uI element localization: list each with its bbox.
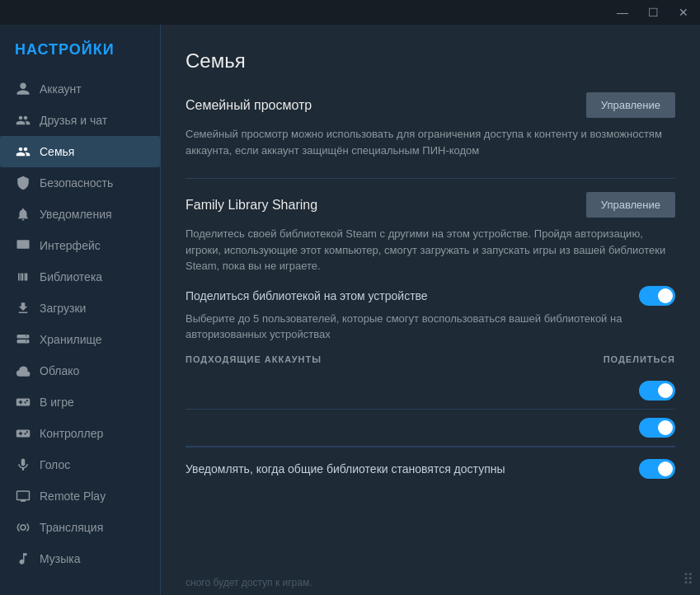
family-view-header: Семейный просмотр Управление <box>186 92 675 118</box>
friends-icon <box>15 112 31 129</box>
family-view-section: Семейный просмотр Управление Семейный пр… <box>186 92 675 158</box>
sidebar-item-friends[interactable]: Друзья и чат <box>0 105 160 136</box>
account-icon <box>15 81 31 97</box>
sidebar: НАСТРОЙКИ Аккаунт Друзья и чат Семья Без… <box>0 25 161 595</box>
svg-rect-0 <box>17 240 30 249</box>
library-sharing-desc: Поделитесь своей библиотекой Steam с дру… <box>186 226 675 274</box>
sidebar-label-broadcast: Трансляция <box>40 521 103 534</box>
music-icon <box>15 550 31 567</box>
account-row-2 <box>186 410 675 447</box>
notifications-icon <box>15 206 31 223</box>
account-toggle-slider-1[interactable] <box>639 381 675 401</box>
notify-label: Уведомлять, когда общие библиотеки стано… <box>186 462 505 476</box>
library-sharing-manage-btn[interactable]: Управление <box>586 192 675 218</box>
content-area: Семья Семейный просмотр Управление Семей… <box>161 25 700 595</box>
close-button[interactable]: ✕ <box>674 4 693 21</box>
titlebar: — ☐ ✕ <box>0 0 700 25</box>
sidebar-item-downloads[interactable]: Загрузки <box>0 293 160 324</box>
family-view-desc: Семейный просмотр можно использовать для… <box>186 126 675 158</box>
account-toggle-2[interactable] <box>639 418 675 438</box>
sidebar-item-interface[interactable]: Интерфейс <box>0 230 160 261</box>
sidebar-label-storage: Хранилище <box>40 333 102 346</box>
library-sharing-header: Family Library Sharing Управление <box>186 192 675 218</box>
grip-dots-icon: ⠿ <box>683 570 693 588</box>
share-library-toggle-row: Поделиться библиотекой на этом устройств… <box>186 286 675 306</box>
page-title: Семья <box>186 49 675 73</box>
sidebar-label-friends: Друзья и чат <box>40 114 107 127</box>
divider-1 <box>186 178 675 179</box>
storage-icon <box>15 331 31 348</box>
library-sharing-section: Family Library Sharing Управление Подели… <box>186 192 675 490</box>
sidebar-item-ingame[interactable]: В игре <box>0 387 160 418</box>
sidebar-label-notifications: Уведомления <box>40 208 112 221</box>
sidebar-label-library: Библиотека <box>40 270 102 283</box>
controller-icon <box>15 425 31 442</box>
share-library-label: Поделиться библиотекой на этом устройств… <box>186 289 428 302</box>
sidebar-label-voice: Голос <box>40 458 70 471</box>
sidebar-label-cloud: Облако <box>40 364 79 377</box>
sidebar-item-music[interactable]: Музыка <box>0 543 160 574</box>
family-view-manage-btn[interactable]: Управление <box>586 92 675 118</box>
sidebar-item-account[interactable]: Аккаунт <box>0 73 160 105</box>
account-toggle-1[interactable] <box>639 381 675 401</box>
accounts-header: ПОДХОДЯЩИЕ АККАУНТЫ ПОДЕЛИТЬСЯ <box>186 354 675 364</box>
remoteplay-icon <box>15 488 31 504</box>
minimize-button[interactable]: — <box>612 4 633 21</box>
sidebar-item-library[interactable]: Библиотека <box>0 261 160 293</box>
bottom-hint: сного будет доступ к играм. <box>186 577 312 588</box>
sidebar-label-account: Аккаунт <box>40 82 82 96</box>
share-library-toggle[interactable] <box>639 286 675 306</box>
sidebar-title: НАСТРОЙКИ <box>0 33 160 73</box>
library-sharing-title: Family Library Sharing <box>186 198 317 213</box>
main-container: НАСТРОЙКИ Аккаунт Друзья и чат Семья Без… <box>0 25 700 595</box>
sidebar-item-remoteplay[interactable]: Remote Play <box>0 480 160 512</box>
cloud-icon <box>15 363 31 379</box>
sidebar-item-broadcast[interactable]: Трансляция <box>0 512 160 543</box>
sidebar-label-downloads: Загрузки <box>40 302 86 315</box>
sidebar-item-security[interactable]: Безопасность <box>0 167 160 199</box>
family-view-title: Семейный просмотр <box>186 98 312 113</box>
sidebar-item-notifications[interactable]: Уведомления <box>0 199 160 230</box>
sidebar-item-family[interactable]: Семья <box>0 136 160 167</box>
interface-icon <box>15 237 31 254</box>
maximize-button[interactable]: ☐ <box>643 4 664 21</box>
notify-row: Уведомлять, когда общие библиотеки стано… <box>186 447 675 490</box>
share-library-toggle-slider[interactable] <box>639 286 675 306</box>
broadcast-icon <box>15 519 31 536</box>
sidebar-label-controller: Контроллер <box>40 427 103 440</box>
notify-toggle[interactable] <box>639 459 675 479</box>
accounts-col-share: ПОДЕЛИТЬСЯ <box>604 354 675 364</box>
sidebar-label-family: Семья <box>40 145 74 158</box>
accounts-col-accounts: ПОДХОДЯЩИЕ АККАУНТЫ <box>186 354 322 364</box>
sidebar-label-remoteplay: Remote Play <box>40 490 106 503</box>
notify-toggle-slider[interactable] <box>639 459 675 479</box>
sidebar-item-controller[interactable]: Контроллер <box>0 418 160 449</box>
sidebar-item-cloud[interactable]: Облако <box>0 355 160 387</box>
account-toggle-slider-2[interactable] <box>639 418 675 438</box>
voice-icon <box>15 457 31 473</box>
family-icon <box>15 143 31 160</box>
sidebar-item-storage[interactable]: Хранилище <box>0 324 160 355</box>
sidebar-label-security: Безопасность <box>40 176 113 190</box>
sidebar-label-music: Музыка <box>40 552 81 565</box>
downloads-icon <box>15 300 31 316</box>
account-row-1 <box>186 372 675 410</box>
sidebar-label-ingame: В игре <box>40 396 74 409</box>
share-library-toggle-desc: Выберите до 5 пользователей, которые смо… <box>186 311 675 343</box>
ingame-icon <box>15 394 31 410</box>
sidebar-label-interface: Интерфейс <box>40 239 101 252</box>
library-icon <box>15 269 31 285</box>
sidebar-item-voice[interactable]: Голос <box>0 449 160 480</box>
security-icon <box>15 175 31 191</box>
